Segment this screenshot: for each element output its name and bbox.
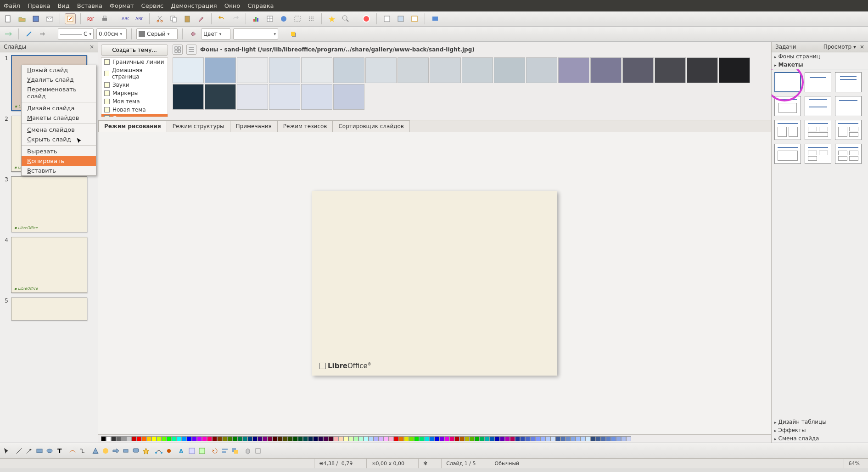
fill-type-combo[interactable]: Цвет ▾	[201, 28, 230, 39]
section-transition[interactable]: Смена слайда	[772, 434, 868, 443]
color-swatch[interactable]	[303, 436, 308, 441]
color-swatch[interactable]	[555, 436, 560, 441]
theme-list[interactable]: Граничные линииДомашняя страницаЗвукиМар…	[101, 57, 168, 117]
gallery-thumb[interactable]	[687, 57, 718, 83]
color-swatch[interactable]	[141, 436, 146, 441]
layout-5[interactable]	[805, 96, 831, 116]
theme-item[interactable]: Новая тема	[101, 106, 168, 114]
print-button[interactable]	[99, 13, 110, 24]
gallery-thumb[interactable]	[462, 57, 493, 83]
color-swatch[interactable]	[126, 436, 131, 441]
color-swatch[interactable]	[500, 436, 505, 441]
extrusion-tool[interactable]	[244, 447, 252, 455]
color-swatch[interactable]	[207, 436, 212, 441]
color-swatch[interactable]	[323, 436, 328, 441]
menu-tools[interactable]: Сервис	[141, 2, 164, 9]
theme-item[interactable]: Маркеры	[101, 89, 168, 97]
color-swatch[interactable]	[146, 436, 151, 441]
layout-blank[interactable]	[774, 72, 801, 92]
color-swatch[interactable]	[358, 436, 364, 441]
text-tool[interactable]: T	[56, 447, 63, 455]
color-swatch[interactable]	[212, 436, 217, 441]
section-layouts[interactable]: Макеты	[772, 61, 868, 69]
section-table-design[interactable]: Дизайн таблицы	[772, 418, 868, 426]
color-swatch[interactable]	[434, 436, 439, 441]
fill-bucket-button[interactable]	[187, 28, 198, 39]
gallery-thumb[interactable]	[173, 57, 204, 83]
menu-window[interactable]: Окно	[224, 2, 241, 9]
slide-design-button[interactable]	[395, 13, 406, 24]
color-swatch[interactable]	[343, 436, 348, 441]
color-swatch[interactable]	[333, 436, 338, 441]
view-tab[interactable]: Режим структуры	[167, 120, 230, 132]
color-swatch[interactable]	[116, 436, 121, 441]
gallery-thumb[interactable]	[237, 57, 268, 83]
color-swatch[interactable]	[242, 436, 247, 441]
start-slideshow-button[interactable]	[430, 13, 441, 24]
ctx-item[interactable]: Вырезать	[22, 146, 96, 156]
gallery-thumb[interactable]	[719, 57, 750, 83]
color-swatch[interactable]	[217, 436, 222, 441]
menu-insert[interactable]: Вставка	[77, 2, 102, 9]
color-swatch[interactable]	[530, 436, 535, 441]
fontwork-tool[interactable]: A	[178, 447, 185, 455]
layout-6[interactable]	[835, 96, 862, 116]
line-style-combo[interactable]: С ▾	[58, 28, 94, 39]
slide-panel-close-icon[interactable]: ×	[90, 44, 94, 50]
color-swatch[interactable]	[606, 436, 611, 441]
section-page-backgrounds[interactable]: Фоны страниц	[772, 52, 868, 61]
gallery-thumb[interactable]	[237, 84, 268, 110]
color-swatch[interactable]	[121, 436, 126, 441]
color-swatch[interactable]	[505, 436, 510, 441]
color-swatch[interactable]	[374, 436, 379, 441]
color-swatch[interactable]	[136, 436, 141, 441]
theme-item[interactable]: Фоны	[101, 114, 168, 117]
gallery-thumb[interactable]	[558, 57, 589, 83]
color-swatch[interactable]	[288, 436, 293, 441]
color-swatch[interactable]	[560, 436, 566, 441]
color-swatch[interactable]	[429, 436, 434, 441]
theme-item[interactable]: Домашняя страница	[101, 66, 168, 81]
ctx-item[interactable]: Переименовать слайд	[22, 84, 96, 101]
view-tab[interactable]: Примечания	[230, 120, 278, 132]
color-swatch[interactable]	[566, 436, 571, 441]
color-swatch[interactable]	[268, 436, 273, 441]
gallery-thumb[interactable]	[301, 57, 332, 83]
slide-thumb-4[interactable]: ▪ LibreOffice	[11, 237, 87, 293]
gallery-icon-view-button[interactable]	[173, 45, 183, 55]
line-arrow-button[interactable]	[37, 28, 48, 39]
task-panel-close-icon[interactable]: ×	[860, 44, 864, 50]
menu-edit[interactable]: Правка	[28, 2, 50, 9]
color-swatch[interactable]	[172, 436, 177, 441]
gallery-thumb[interactable]	[430, 57, 461, 83]
arrow-style-button[interactable]	[3, 28, 14, 39]
hyperlink-button[interactable]	[278, 13, 289, 24]
layout-10[interactable]	[774, 144, 801, 164]
autospellcheck-button[interactable]: ABC	[134, 13, 145, 24]
color-swatch[interactable]	[182, 436, 187, 441]
gallery-button[interactable]	[198, 447, 206, 455]
color-swatch[interactable]	[389, 436, 394, 441]
current-slide[interactable]: LibreOffice®	[312, 191, 557, 376]
symbol-shapes-tool[interactable]	[102, 447, 109, 455]
chart-button[interactable]	[251, 13, 262, 24]
help-button[interactable]	[361, 13, 372, 24]
redo-button[interactable]	[230, 13, 241, 24]
color-swatch[interactable]	[384, 436, 389, 441]
gallery-thumb[interactable]	[494, 57, 525, 83]
theme-item[interactable]: Звуки	[101, 81, 168, 89]
color-swatch[interactable]	[470, 436, 475, 441]
section-effects[interactable]: Эффекты	[772, 426, 868, 434]
slide-canvas[interactable]: LibreOffice®	[98, 132, 771, 434]
layout-9[interactable]	[835, 120, 862, 140]
color-swatch[interactable]	[298, 436, 303, 441]
layout-11[interactable]	[805, 144, 831, 164]
select-tool[interactable]	[3, 447, 10, 455]
color-swatch[interactable]	[449, 436, 454, 441]
callout-tool[interactable]	[132, 447, 140, 455]
cut-button[interactable]	[154, 13, 165, 24]
gallery-thumb[interactable]	[365, 57, 397, 83]
gallery-thumb[interactable]	[333, 57, 364, 83]
color-swatch[interactable]	[621, 436, 626, 441]
color-swatch[interactable]	[328, 436, 333, 441]
